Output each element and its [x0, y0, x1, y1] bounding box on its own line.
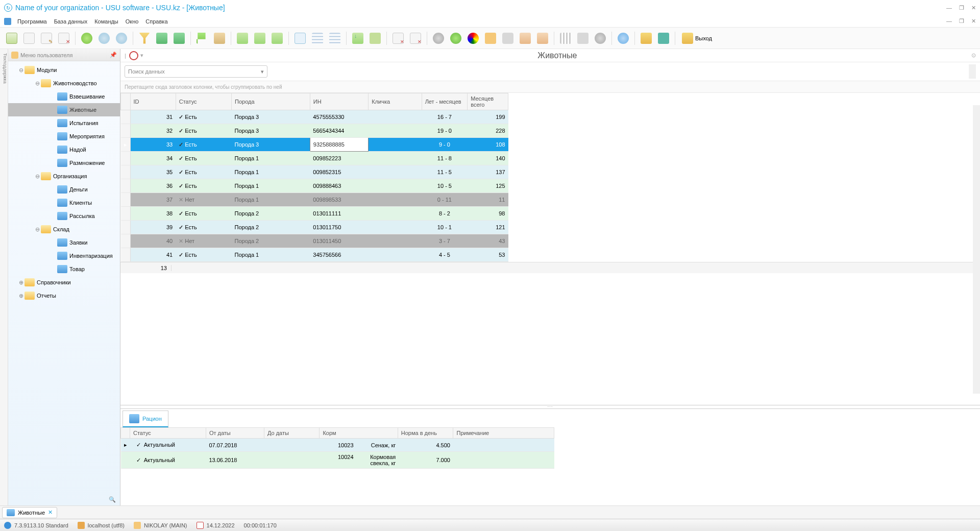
- cell-feed[interactable]: 10023 Сенаж, кг: [320, 439, 398, 452]
- menu-program[interactable]: Программа: [14, 17, 50, 26]
- pin-icon[interactable]: 📌: [110, 52, 117, 58]
- doc-tab[interactable]: Животные ✕: [2, 507, 57, 518]
- cell-status[interactable]: ✓ Есть: [176, 165, 231, 179]
- cell-breed[interactable]: Порода 1: [232, 179, 310, 193]
- cell-breed[interactable]: Порода 3: [232, 138, 310, 152]
- tb-search[interactable]: [96, 31, 112, 46]
- expand-icon[interactable]: ⊕: [17, 279, 24, 286]
- tree-node[interactable]: ⊖Склад: [8, 223, 120, 236]
- table-row[interactable]: 35✓ ЕстьПорода 100985231511 - 5137: [121, 165, 508, 179]
- maximize-icon[interactable]: ❐: [959, 5, 964, 11]
- cell-in[interactable]: 013011750: [310, 221, 369, 234]
- cell-in[interactable]: 4575555330: [310, 110, 369, 124]
- table-row[interactable]: ▸33✓ ЕстьПорода 393258888859 - 0108: [121, 138, 508, 152]
- tb-add-col[interactable]: [292, 31, 308, 46]
- cell-norm[interactable]: 7.000: [398, 452, 453, 469]
- tb-delete[interactable]: [56, 31, 71, 46]
- tb-filter-clear[interactable]: [172, 31, 187, 46]
- table-row[interactable]: 34✓ ЕстьПорода 100985222311 - 8140: [121, 152, 508, 165]
- tb-users1[interactable]: [518, 31, 533, 46]
- cell-nick[interactable]: [369, 152, 422, 165]
- close-icon[interactable]: ✕: [971, 5, 976, 11]
- cell-age[interactable]: 3 - 7: [422, 234, 468, 248]
- cell-age[interactable]: 16 - 7: [422, 110, 468, 124]
- cell-months[interactable]: 228: [468, 124, 508, 138]
- cell-status[interactable]: ✓ Есть: [176, 152, 231, 165]
- cell-age[interactable]: 10 - 1: [422, 221, 468, 234]
- cell-from[interactable]: 13.06.2018: [206, 452, 264, 469]
- cell-status[interactable]: ✕ Нет: [176, 193, 231, 207]
- table-row[interactable]: 38✓ ЕстьПорода 20130111118 - 298: [121, 207, 508, 221]
- tb-filter-on[interactable]: [154, 31, 169, 46]
- minimize-icon[interactable]: —: [946, 5, 952, 11]
- tree-node[interactable]: Мероприятия: [8, 130, 120, 143]
- cell-status[interactable]: ✓ Актуальный: [130, 439, 206, 452]
- col-header[interactable]: Лет - месяцев: [422, 93, 468, 110]
- tb-exit[interactable]: Выход: [679, 33, 715, 44]
- tb-close-all[interactable]: [408, 31, 423, 46]
- col-header[interactable]: Примечание: [453, 428, 554, 439]
- table-row[interactable]: 39✓ ЕстьПорода 201301175010 - 1121: [121, 221, 508, 234]
- tree-node[interactable]: Надой: [8, 143, 120, 156]
- cell-note[interactable]: [453, 439, 554, 452]
- cell-status[interactable]: ✓ Есть: [176, 207, 231, 221]
- cell-in[interactable]: 009852315: [310, 165, 369, 179]
- tb-flag[interactable]: [194, 31, 210, 46]
- cell-breed[interactable]: Порода 2: [232, 234, 310, 248]
- cell-to[interactable]: [264, 452, 320, 469]
- support-tab[interactable]: Техподдержка: [0, 49, 8, 505]
- tb-hand[interactable]: [483, 31, 498, 46]
- group-hint[interactable]: Перетащите сюда заголовок колонки, чтобы…: [120, 81, 980, 93]
- tree-node[interactable]: ⊕Справочники: [8, 276, 120, 289]
- cell-age[interactable]: 19 - 0: [422, 124, 468, 138]
- tree-node[interactable]: Рассылка: [8, 209, 120, 223]
- tb-refresh2[interactable]: [593, 31, 608, 46]
- cell-breed[interactable]: Порода 1: [232, 193, 310, 207]
- cell-age[interactable]: 11 - 5: [422, 165, 468, 179]
- cell-nick[interactable]: [369, 248, 422, 262]
- cell-age[interactable]: 11 - 8: [422, 152, 468, 165]
- table-row[interactable]: 36✓ ЕстьПорода 100988846310 - 5125: [121, 179, 508, 193]
- cell-feed[interactable]: 10024 Кормовая свекла, кг: [320, 452, 398, 469]
- col-header[interactable]: От даты: [206, 428, 264, 439]
- tree-node[interactable]: Животные: [8, 103, 120, 116]
- expand-icon[interactable]: ⊖: [34, 226, 41, 233]
- tb-search-adv[interactable]: [114, 31, 129, 46]
- cell-status[interactable]: ✓ Есть: [176, 179, 231, 193]
- tb-tree2[interactable]: [252, 31, 267, 46]
- tb-tree1[interactable]: [235, 31, 250, 46]
- col-header[interactable]: Статус: [176, 93, 231, 110]
- cell-age[interactable]: 10 - 5: [422, 179, 468, 193]
- tree-node[interactable]: Инвентаризация: [8, 249, 120, 262]
- tb-calendar[interactable]: [558, 31, 573, 46]
- cell-status[interactable]: ✓ Есть: [176, 124, 231, 138]
- cell-months[interactable]: 199: [468, 110, 508, 124]
- cell-in[interactable]: 345756566: [310, 248, 369, 262]
- scrollbar-v[interactable]: [969, 64, 976, 79]
- tb-refresh[interactable]: [79, 31, 94, 46]
- tb-open[interactable]: [21, 31, 37, 46]
- cell-breed[interactable]: Порода 3: [232, 124, 310, 138]
- menu-commands[interactable]: Команды: [91, 17, 121, 26]
- tree-node[interactable]: Испытания: [8, 116, 120, 130]
- cell-months[interactable]: 11: [468, 193, 508, 207]
- cell-nick[interactable]: [369, 193, 422, 207]
- tree-node[interactable]: Товар: [8, 262, 120, 276]
- tb-image[interactable]: [212, 31, 227, 46]
- cell-id[interactable]: 35: [130, 165, 176, 179]
- tb-rss[interactable]: [500, 31, 516, 46]
- tree-node[interactable]: Взвешивание: [8, 90, 120, 103]
- cell-nick[interactable]: [369, 124, 422, 138]
- table-row[interactable]: 31✓ ЕстьПорода 3457555533016 - 7199: [121, 110, 508, 124]
- cell-in[interactable]: 009852223: [310, 152, 369, 165]
- mdi-minimize-icon[interactable]: —: [946, 18, 952, 25]
- cell-id[interactable]: 31: [130, 110, 176, 124]
- cell-id[interactable]: 38: [130, 207, 176, 221]
- table-row[interactable]: 40✕ НетПорода 20130114503 - 743: [121, 234, 508, 248]
- table-row[interactable]: 41✓ ЕстьПорода 13457565664 - 553: [121, 248, 508, 262]
- cell-id[interactable]: 32: [130, 124, 176, 138]
- cell-status[interactable]: ✕ Нет: [176, 234, 231, 248]
- col-header[interactable]: Месяцев всего: [468, 93, 508, 110]
- table-row[interactable]: ▸ ✓ Актуальный07.07.201810023 Сенаж, кг4…: [121, 439, 554, 452]
- col-header[interactable]: Корм: [320, 428, 398, 439]
